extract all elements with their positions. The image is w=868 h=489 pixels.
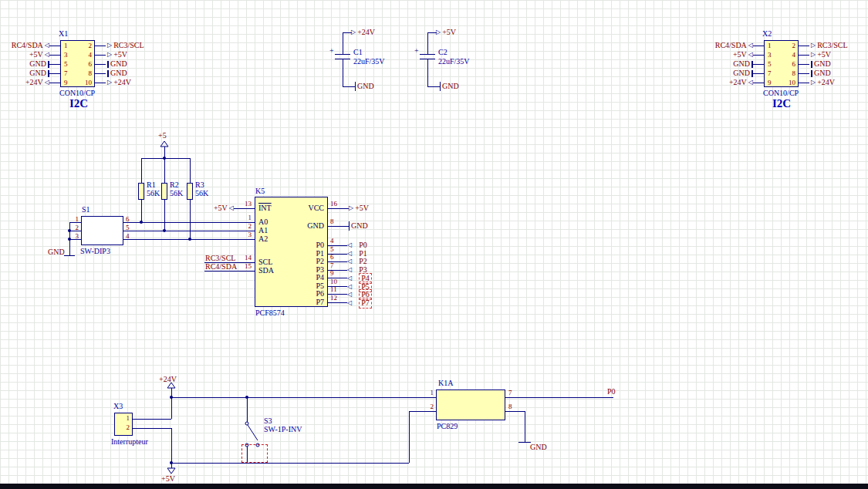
- pin-number: 2: [792, 42, 796, 50]
- net-label-text: +24V: [357, 28, 375, 37]
- net-label: ▷+24V: [811, 78, 835, 87]
- port-arrow-icon: ▷: [349, 204, 353, 213]
- pin-number: 1: [64, 42, 68, 50]
- net-label-text: +24V: [729, 78, 747, 87]
- bus-title: I2C: [69, 97, 88, 110]
- resistor-r1-body[interactable]: [138, 183, 144, 200]
- port-arrow-icon: ▷: [811, 78, 816, 87]
- net-label-text: GND: [814, 59, 831, 69]
- part-type: Interrupteur: [111, 437, 148, 447]
- part-type: SW-DIP3: [80, 247, 110, 256]
- net-label-text: GND: [29, 59, 46, 69]
- gnd-label: GND: [530, 443, 547, 452]
- pin-number: 2: [76, 224, 79, 232]
- designator: K5: [255, 187, 265, 196]
- pin-number: 1: [248, 214, 252, 222]
- port-arrow-icon: ◁: [748, 50, 753, 59]
- pin-number: 8: [330, 218, 334, 226]
- pin-number: 10: [789, 79, 795, 87]
- net-label: RC4/SDA◁: [12, 41, 49, 50]
- power-bar-icon: [811, 70, 812, 77]
- s1-body[interactable]: [81, 216, 123, 245]
- net-label-text: GND: [733, 69, 750, 78]
- port-arrow-icon: ▷: [351, 28, 356, 37]
- pin-number: 2: [248, 222, 252, 231]
- pin-number: 5: [64, 60, 68, 69]
- polarity-plus: +: [329, 46, 334, 56]
- gnd-label: GND: [357, 82, 374, 91]
- port-arrow-icon: ◁: [347, 298, 352, 308]
- pin-number: 8: [792, 69, 796, 78]
- pin-number: 13: [245, 200, 252, 208]
- optocoupler-k1a-body[interactable]: [436, 390, 505, 420]
- power-port-label: ▷+5V: [436, 28, 456, 37]
- net-label: GND: [107, 59, 127, 69]
- schematic-canvas[interactable]: X1 1 3 5 7 9 2 4 6 8 10 RC4/SDA◁ +5V◁ GN…: [0, 0, 868, 489]
- designator: S1: [82, 205, 90, 214]
- bus-title: I2C: [772, 97, 791, 110]
- pin-number: 9: [330, 269, 334, 278]
- net-label: ▷+5V: [107, 50, 127, 59]
- net-label-text: +24V: [817, 78, 835, 87]
- power-bar-icon: [48, 61, 49, 68]
- net-label-text: GND: [110, 59, 127, 69]
- part-type: PCF8574: [255, 309, 285, 318]
- resistor-r2-body[interactable]: [161, 183, 167, 200]
- part-value: 56K: [195, 189, 208, 198]
- net-label: ▷+24V: [107, 78, 131, 87]
- port-arrow-icon: ◁: [229, 204, 234, 213]
- power-bar-icon: [811, 61, 812, 68]
- port-arrow-icon: ◁: [748, 41, 753, 50]
- pin-number: 6: [89, 60, 93, 69]
- pin-name: VCC: [308, 204, 324, 213]
- pin-number: 8: [89, 69, 93, 78]
- c2-wires: [420, 32, 440, 91]
- net-label: GND: [733, 59, 753, 69]
- connector-x3-body[interactable]: [114, 413, 133, 436]
- pin-number: 5: [768, 60, 772, 69]
- net-label-text: GND: [110, 69, 127, 78]
- net-label-text: RC4/SDA: [12, 41, 43, 50]
- net-label-text: +24V: [25, 78, 43, 87]
- designator[interactable]: C2: [438, 48, 448, 57]
- polarity-plus: +: [414, 46, 419, 56]
- designator: X2: [762, 29, 772, 39]
- net-label-text: GND: [733, 59, 750, 69]
- net-label: ◁P7: [347, 298, 372, 309]
- pin-number: 4: [792, 51, 796, 59]
- pin-number: 7: [508, 389, 512, 397]
- power-bar-icon: [751, 61, 753, 68]
- net-label-text: GND: [814, 69, 831, 78]
- net-label: GND: [107, 69, 127, 78]
- designator: K1A: [438, 379, 453, 388]
- pin-name: SDA: [258, 266, 274, 275]
- pin-number: 11: [330, 285, 337, 294]
- pin-number: 2: [431, 403, 434, 411]
- s3-lever: [248, 425, 258, 440]
- pin-number: 4: [126, 232, 130, 241]
- designator[interactable]: C1: [353, 48, 363, 57]
- pin-number: 6: [126, 215, 130, 224]
- net-label: ▷RC3/SCL: [811, 41, 848, 50]
- net-label-text: RC3/SCL: [113, 41, 144, 50]
- net-label-text: +24V: [113, 78, 131, 87]
- net-label-text: P7: [359, 298, 372, 309]
- net-label: GND: [29, 59, 49, 69]
- c1-wires: [335, 32, 355, 91]
- net-label-text: RC4/SDA: [715, 41, 747, 50]
- port-arrow-icon: ▷: [811, 50, 816, 59]
- resistor-r3-body[interactable]: [187, 183, 193, 200]
- pin-number: 9: [64, 79, 68, 87]
- pin-number: 2: [89, 42, 93, 50]
- pin-number: 14: [245, 254, 252, 262]
- port-arrow-icon: ◁: [45, 50, 49, 59]
- port-arrow-icon: ▷: [811, 41, 816, 50]
- pin-name: INT: [258, 204, 272, 213]
- pin-number: 3: [248, 231, 252, 239]
- pin-number: 4: [330, 237, 334, 245]
- power-port-label: ▷+5V: [349, 204, 369, 213]
- port-arrow-icon: ◁: [748, 78, 753, 87]
- pin-number: 6: [330, 253, 334, 261]
- power-net-label: +24V: [159, 375, 177, 384]
- pin-number: 12: [330, 294, 337, 302]
